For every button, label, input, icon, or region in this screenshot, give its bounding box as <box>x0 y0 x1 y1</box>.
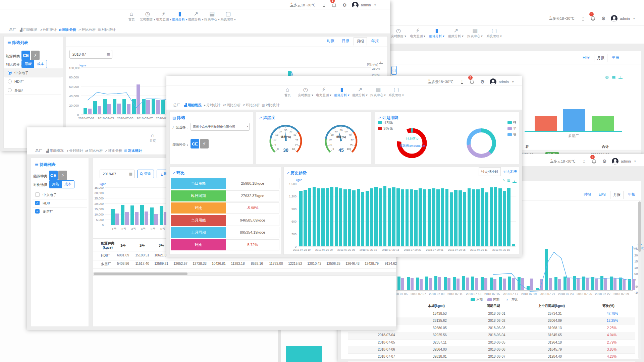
w3-table-row[interactable]: 2018-07-0432925.562018-06-0431645.654.04… <box>348 332 635 339</box>
nav-item-monitor[interactable]: ▢系统管理 ▾ <box>218 11 238 22</box>
plan-legend-item[interactable]: 实际值 <box>378 126 393 131</box>
weather-widget[interactable]: ☁☀多云18~30℃ <box>549 157 575 166</box>
subtab-3[interactable]: ◕分时统计 <box>66 148 83 153</box>
line-chart-icon[interactable]: ∿ <box>502 178 505 182</box>
subtab-5[interactable]: ↗环比分析 <box>78 27 96 32</box>
nav-item-battery[interactable]: ▮能耗分析 ▾ <box>427 27 447 39</box>
subtab-3[interactable]: ◕分时统计 <box>204 103 220 108</box>
nav-item-bolt[interactable]: ⚡电力监测 ▾ <box>408 27 428 39</box>
w1-tab-年报[interactable]: 年报 <box>368 37 382 45</box>
w1-plant-radio-row[interactable]: 多层厂 <box>4 86 63 95</box>
w3-table-row[interactable]: 2018-07-0632864.002018-06-0631645.793.85… <box>348 346 635 353</box>
nav-item-monitor[interactable]: ▢系统管理 ▾ <box>484 27 504 39</box>
nav-item-folder[interactable]: ▤报表中心 ▾ <box>465 27 485 39</box>
tou-legend-item[interactable]: 平 <box>507 126 517 131</box>
w3-table-row[interactable]: 2018-07-0732618.012018-06-0731284.404.26… <box>348 353 635 360</box>
wa-area-select[interactable]: 惠州中京电子科技股份有限公司▾ <box>191 123 250 131</box>
upload-icon[interactable]: ↑ <box>582 14 584 23</box>
w4-plant-checkbox-row[interactable]: ✓HDI厂 <box>31 199 89 207</box>
subtab-4[interactable]: ⇄同比分析 <box>85 148 103 153</box>
legend-item[interactable]: 同期 <box>487 298 499 302</box>
electric-energy-button[interactable]: ⚡ <box>200 139 209 148</box>
ce-energy-button[interactable]: CE <box>21 51 30 60</box>
w1-tab-月报[interactable]: 月报 <box>354 37 367 46</box>
subtab-3[interactable]: ◕分时统计 <box>40 27 57 32</box>
nav-item-bolt[interactable]: ⚡电力监测 ▾ <box>314 86 334 98</box>
settings-gear-icon[interactable]: ⚙ <box>602 157 607 166</box>
user-avatar[interactable] <box>611 14 618 23</box>
plan-legend-item[interactable]: 计划值 <box>378 120 393 125</box>
w1-tab-日报[interactable]: 日报 <box>339 37 352 45</box>
use-toggle[interactable]: 用能 <box>22 60 34 68</box>
download-icon[interactable]: ↓ <box>513 179 517 183</box>
weather-widget[interactable]: ☁☀多云18~30℃ <box>289 1 315 9</box>
upload-icon[interactable]: ↑ <box>583 157 585 166</box>
download-icon[interactable]: ↓ <box>379 60 383 64</box>
legend-item[interactable]: 本期 <box>471 298 483 302</box>
nav-item-clock[interactable]: ◷实时数据 ▾ <box>388 27 409 39</box>
subtab-6[interactable]: ▥对比统计 <box>124 148 142 153</box>
tou-legend-item[interactable]: 峰 <box>507 120 517 125</box>
cost-toggle[interactable]: 成本 <box>62 181 74 188</box>
subtab-5[interactable]: ↗环比分析 <box>242 103 260 108</box>
history-tab-48h[interactable]: 过去48小时 <box>479 167 501 176</box>
subtab-2[interactable]: ▟用能概况 <box>184 103 202 108</box>
electric-energy-button[interactable]: ⚡ <box>31 51 40 60</box>
notification-bell-icon[interactable]: 5 <box>592 157 596 166</box>
subtab-1[interactable]: 总厂 <box>35 148 42 153</box>
notification-bell-icon[interactable]: 5 <box>332 1 336 9</box>
weather-widget[interactable]: ☁☀多云18~30℃ <box>548 14 574 23</box>
nav-item-clock[interactable]: ◷实时数据 ▾ <box>296 86 316 98</box>
w2-export-button-fragment[interactable]: 出 <box>391 66 397 75</box>
legend-item-line[interactable]: ─○─环比 <box>504 298 518 302</box>
w4-nav-home[interactable]: ⌂首页 <box>143 132 163 143</box>
settings-gear-icon[interactable]: ⚙ <box>342 1 347 9</box>
nav-item-trend[interactable]: ↗能效分析 ▾ <box>350 86 370 98</box>
w1-date-input[interactable]: 2018-07▦ <box>69 50 112 59</box>
w1-plant-radio-row[interactable]: 中京电子 <box>4 68 63 77</box>
ce-energy-button[interactable]: CE <box>191 139 199 148</box>
w4-plant-checkbox-row[interactable]: ✓多层厂 <box>31 207 89 216</box>
subtab-4[interactable]: ⇄同比分析 <box>223 103 240 108</box>
settings-gear-icon[interactable]: ⚙ <box>601 14 606 23</box>
use-toggle[interactable]: 用能 <box>49 181 62 188</box>
download-icon[interactable]: ↓ <box>619 75 623 79</box>
subtab-2[interactable]: ▟用能概况 <box>20 27 37 32</box>
admin-menu[interactable]: admin <box>621 157 631 166</box>
user-avatar[interactable] <box>612 157 619 166</box>
grid-view-icon[interactable]: ▦ <box>612 75 615 79</box>
globe-icon[interactable]: ◍ <box>605 75 608 79</box>
w2-tab-年报[interactable]: 年报 <box>609 54 622 62</box>
w1-tab-时报[interactable]: 时报 <box>324 37 337 45</box>
subtab-6[interactable]: ▥对比统计 <box>262 103 279 108</box>
subtab-1[interactable]: 总厂 <box>173 103 180 108</box>
w3-scrollbar-thumb[interactable] <box>638 201 641 252</box>
w4-date-input[interactable]: 2018-07▦ <box>100 170 135 178</box>
w4-hscrollbar-thumb[interactable] <box>94 273 187 275</box>
subtab-6[interactable]: ▥对比统计 <box>98 27 115 32</box>
user-avatar[interactable] <box>352 1 359 9</box>
upload-icon[interactable]: ↑ <box>323 1 325 9</box>
w2-tab-日报[interactable]: 日报 <box>579 54 593 62</box>
electric-energy-button[interactable]: ⚡ <box>58 171 67 180</box>
admin-menu[interactable]: admin <box>620 14 630 23</box>
cost-toggle[interactable]: 成本 <box>34 60 47 68</box>
w1-plant-radio-row[interactable]: HDI厂 <box>4 77 63 86</box>
notification-bell-icon[interactable]: 5 <box>591 14 595 23</box>
subtab-1[interactable]: 总厂 <box>9 27 16 32</box>
history-tab-31d[interactable]: 过去31天 <box>503 170 517 174</box>
w4-plant-checkbox-row[interactable]: 中京电子 <box>31 191 89 199</box>
tou-legend-item[interactable]: 谷 <box>507 132 517 137</box>
w4-query-button[interactable]: 查询 <box>137 170 154 178</box>
w3-table-row[interactable]: 2018-07-0832457.742018-06-0830087.877.88… <box>348 361 635 362</box>
w3-table-row[interactable]: 2018-07-0532857.112018-06-0531964.182.79… <box>348 339 635 346</box>
ce-energy-button[interactable]: CE <box>49 171 58 180</box>
subtab-4[interactable]: ⇄同比分析 <box>59 27 76 32</box>
bar-chart-icon[interactable]: ▥ <box>507 178 510 182</box>
nav-item-monitor[interactable]: ▢系统管理 ▾ <box>386 86 406 98</box>
nav-item-home[interactable]: ⌂首页 <box>277 86 298 98</box>
nav-item-battery[interactable]: ▮能耗分析 ▾ <box>332 86 352 98</box>
w2-tab-月报[interactable]: 月报 <box>594 54 607 62</box>
admin-menu[interactable]: admin <box>361 1 371 9</box>
subtab-2[interactable]: ▟用能概况 <box>46 148 64 153</box>
